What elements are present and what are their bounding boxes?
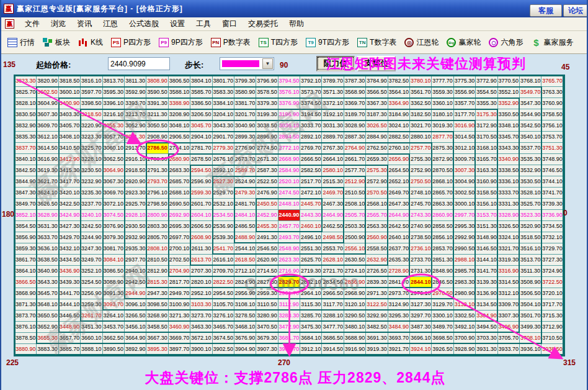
matrix-cell: 3660.10 xyxy=(81,333,102,344)
toolbar-label: 板块 xyxy=(55,37,70,48)
matrix-cell: 3691.30 xyxy=(366,333,388,344)
toolbar-button-T四方形[interactable]: TST四方形 xyxy=(259,37,298,48)
matrix-cell: 3547.30 xyxy=(520,98,541,109)
matrix-cell: 3367.30 xyxy=(366,98,388,109)
matrix-cell: 3112.90 xyxy=(278,299,300,311)
matrix-cell: 2786.50 xyxy=(146,143,168,154)
matrix-cell: 2620.90 xyxy=(256,255,278,266)
matrix-cell: 3607.30 xyxy=(37,109,58,120)
matrix-cell: 3208.90 xyxy=(169,109,190,120)
matrix-cell: 3331.30 xyxy=(498,199,520,210)
matrix-cell: 2601.70 xyxy=(190,199,212,210)
matrix-cell: 3268.90 xyxy=(146,311,168,322)
step-color-swatch xyxy=(222,60,259,67)
matrix-cell: 3705.70 xyxy=(498,333,520,344)
menu-item-设置[interactable]: 设置 xyxy=(164,17,190,31)
menu-item-公式选股[interactable]: 公式选股 xyxy=(123,17,164,31)
toolbar-button-P四方形[interactable]: PSP四方形 xyxy=(111,37,151,48)
toolbar-button-K线[interactable]: K线 xyxy=(78,37,103,48)
toolbar-button-T数字表[interactable]: TNT数字表 xyxy=(357,37,396,48)
matrix-cell: 2762.50 xyxy=(366,143,388,154)
matrix-cell: 3789.70 xyxy=(322,76,344,87)
chevron-down-icon[interactable]: ▼ xyxy=(262,58,273,69)
matrix-cell: 2978.50 xyxy=(432,288,453,299)
matrix-cell: 2522.50 xyxy=(256,176,278,188)
matrix-cell: 2860.90 xyxy=(432,210,453,221)
customer-service-button[interactable]: 客服 xyxy=(530,4,562,17)
toolbar-button-行情[interactable]: 行情 xyxy=(7,37,35,48)
matrix-cell: 2666.50 xyxy=(300,154,322,165)
forum-button[interactable]: 论坛 xyxy=(563,4,588,17)
toolbar-button-六角形[interactable]: ⬡六角形 xyxy=(489,37,523,48)
step-dropdown[interactable]: ▼ xyxy=(220,57,274,70)
matrix-cell: 2856.10 xyxy=(432,232,453,243)
menu-item-文件[interactable]: 文件 xyxy=(19,17,45,31)
matrix-cell: 3470.50 xyxy=(256,322,278,333)
menu-item-交易委托[interactable]: 交易委托 xyxy=(243,17,283,31)
start-price-input[interactable] xyxy=(108,57,170,70)
toolbar-button-P数字表[interactable]: PNP数字表 xyxy=(211,37,251,48)
menu-item-窗口[interactable]: 窗口 xyxy=(216,17,243,31)
toolbar-label: P数字表 xyxy=(223,37,251,48)
matrix-cell: 3580.90 xyxy=(234,87,256,98)
matrix-cell: 3794.50 xyxy=(278,76,300,87)
matrix-cell: 3134.50 xyxy=(476,299,497,311)
angle-label-45: 45 xyxy=(561,63,569,71)
matrix-cell: 3631.30 xyxy=(37,221,58,232)
matrix-cell: 3900.10 xyxy=(190,344,212,355)
matrix-cell: 2498.50 xyxy=(322,232,344,243)
matrix-cell: 2858.50 xyxy=(432,221,453,232)
matrix-cell: 3182.50 xyxy=(410,109,432,120)
menu-item-江恩[interactable]: 江恩 xyxy=(97,17,123,31)
matrix-cell: 3278.50 xyxy=(234,311,256,322)
matrix-cell: 2628.10 xyxy=(322,255,344,266)
matrix-cell: 3703.30 xyxy=(476,333,497,344)
menu-item-工具[interactable]: 工具 xyxy=(190,17,216,31)
menu-item-浏览[interactable]: 浏览 xyxy=(45,17,71,31)
matrix-cell: 2680.90 xyxy=(169,154,190,165)
toolbar-button-赢家轮[interactable]: Big赢家轮 xyxy=(447,37,481,48)
matrix-cell: 2714.50 xyxy=(256,266,278,277)
matrix-cell: 2635.30 xyxy=(388,255,410,266)
matrix-cell: 3535.30 xyxy=(520,154,541,165)
matrix-cell: 3936.10 xyxy=(520,344,541,355)
matrix-cell: 3016.90 xyxy=(454,120,476,132)
matrix-cell: 2527.30 xyxy=(213,176,234,188)
matrix-cell: 3264.10 xyxy=(103,311,125,322)
matrix-cell: 3621.70 xyxy=(37,176,58,188)
matrix-cell: 3055.30 xyxy=(103,120,125,132)
matrix-cell: 3499.30 xyxy=(520,322,541,333)
matrix-cell: 2594.50 xyxy=(190,165,212,176)
matrix-cell: 3379.30 xyxy=(256,98,278,109)
matrix-cell: 3434.50 xyxy=(59,255,81,266)
matrix-cell: 3811.30 xyxy=(125,76,146,87)
matrix-cell: 2793.70 xyxy=(146,176,168,188)
toolbar-button-赢家服务[interactable]: $赢家服务 xyxy=(531,37,573,48)
matrix-cell: 2515.30 xyxy=(322,176,344,188)
matrix-cell: 3225.70 xyxy=(81,143,102,154)
matrix-cell: 3266.50 xyxy=(125,311,146,322)
toolbar-button-江恩轮[interactable]: ◎江恩轮 xyxy=(404,37,439,48)
matrix-cell: 3019.30 xyxy=(432,120,453,132)
toolbar-button-9P四方形[interactable]: P99P四方形 xyxy=(159,37,203,48)
matrix-cell: 3002.50 xyxy=(454,188,476,199)
matrix-cell: 3009.70 xyxy=(454,154,476,165)
menu-item-帮助[interactable]: 帮助 xyxy=(283,17,310,31)
matrix-cell: 3746.50 xyxy=(541,165,563,176)
toolbar-button-9T四方形[interactable]: T99T四方形 xyxy=(306,37,349,48)
matrix-cell: 2798.50 xyxy=(146,199,168,210)
menu-item-资讯[interactable]: 资讯 xyxy=(71,17,97,31)
9t-square-icon: T9 xyxy=(306,38,316,47)
matrix-cell: 3763.30 xyxy=(541,87,563,98)
matrix-cell: 3907.30 xyxy=(256,344,278,355)
matrix-cell: 3472.90 xyxy=(278,322,300,333)
matrix-cell: 2808.10 xyxy=(146,243,168,255)
gann-price-square[interactable]: 3823.303820.903818.503816.103813.703811.… xyxy=(14,75,565,356)
matrix-cell: 2932.90 xyxy=(125,232,146,243)
matrix-cell: 2774.50 xyxy=(256,143,278,154)
matrix-cell: 2608.90 xyxy=(190,232,212,243)
matrix-cell: 3840.10 xyxy=(15,154,37,165)
toolbar-button-板块[interactable]: 板块 xyxy=(43,37,70,48)
matrix-cell: 3732.10 xyxy=(541,232,563,243)
matrix-cell: 3856.90 xyxy=(15,232,37,243)
